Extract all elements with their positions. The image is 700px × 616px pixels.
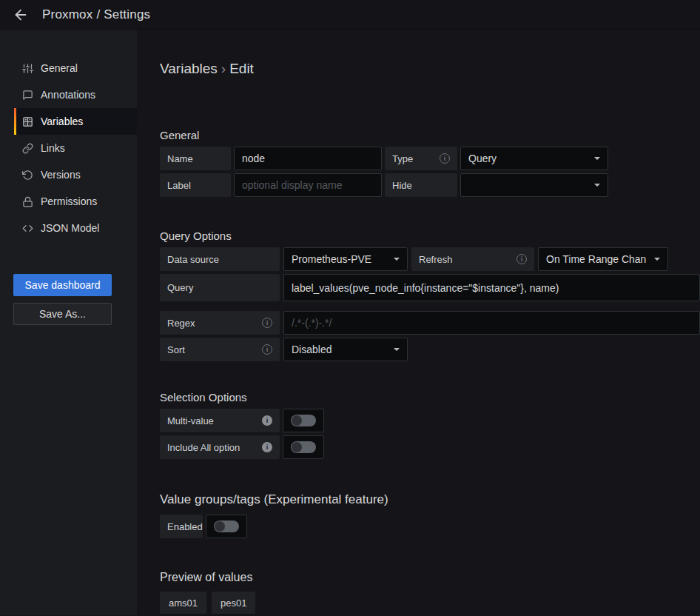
include-all-toggle[interactable] bbox=[283, 435, 324, 459]
back-button[interactable] bbox=[6, 0, 36, 30]
refresh-select[interactable]: On Time Range Chan bbox=[538, 247, 668, 271]
value-groups-section: Value groups/tags (Experimental feature)… bbox=[160, 492, 700, 538]
chevron-down-icon bbox=[394, 258, 400, 261]
sidebar-item-json-model[interactable]: JSON Model bbox=[14, 215, 137, 241]
save-dashboard-button[interactable]: Save dashboard bbox=[13, 274, 112, 296]
breadcrumb-page: Edit bbox=[229, 61, 254, 76]
preview-section: Preview of values ams01 pes01 bbox=[160, 571, 700, 614]
sort-field-label: Sorti bbox=[160, 338, 280, 361]
include-all-field-label: Include All optioni bbox=[160, 435, 280, 459]
label-field-label: Label bbox=[160, 173, 231, 197]
sidebar-item-label: Versions bbox=[41, 169, 81, 181]
info-icon[interactable]: i bbox=[440, 153, 450, 164]
sidebar-item-label: JSON Model bbox=[41, 222, 99, 234]
chevron-down-icon bbox=[594, 184, 600, 187]
breadcrumb-section[interactable]: Variables bbox=[160, 61, 218, 76]
info-icon[interactable]: i bbox=[262, 318, 272, 328]
chevron-down-icon bbox=[394, 348, 400, 351]
hide-field-label: Hide bbox=[385, 173, 457, 197]
sidebar-item-label: Variables bbox=[41, 116, 83, 127]
history-icon bbox=[22, 170, 33, 181]
breadcrumb-separator: › bbox=[221, 61, 226, 76]
section-heading-general: General bbox=[160, 129, 700, 141]
arrow-left-icon bbox=[13, 7, 29, 23]
variables-edit-panel: Variables›Edit General Name Typei Query … bbox=[137, 30, 700, 615]
chevron-down-icon bbox=[594, 157, 600, 160]
type-field-label: Typei bbox=[385, 147, 457, 170]
sidebar-item-versions[interactable]: Versions bbox=[14, 161, 137, 188]
sidebar-item-variables[interactable]: Variables bbox=[14, 108, 137, 135]
name-field-label: Name bbox=[160, 147, 231, 170]
label-input[interactable] bbox=[234, 173, 382, 197]
sidebar-item-label: General bbox=[41, 62, 78, 74]
sort-select[interactable]: Disabled bbox=[283, 338, 408, 361]
sidebar-item-label: Links bbox=[41, 142, 65, 154]
datasource-field-label: Data source bbox=[160, 247, 280, 271]
multi-value-field-label: Multi-valuei bbox=[160, 409, 280, 432]
code-icon bbox=[22, 223, 33, 234]
name-input[interactable] bbox=[234, 147, 382, 170]
sidebar-item-label: Annotations bbox=[41, 89, 95, 101]
info-icon[interactable]: i bbox=[262, 344, 272, 355]
calculator-grid-icon bbox=[22, 116, 33, 127]
sidebar-item-label: Permissions bbox=[41, 195, 97, 207]
save-as-button[interactable]: Save As... bbox=[13, 303, 112, 325]
multi-value-toggle[interactable] bbox=[283, 409, 324, 432]
sidebar-item-permissions[interactable]: Permissions bbox=[14, 188, 137, 215]
datasource-select[interactable]: Prometheus-PVE bbox=[283, 247, 408, 271]
query-textarea[interactable]: label_values(pve_node_info{instance="$in… bbox=[283, 274, 700, 301]
settings-sidebar: General Annotations Variables Links bbox=[0, 30, 137, 615]
info-icon[interactable]: i bbox=[262, 442, 272, 452]
lock-icon bbox=[22, 196, 33, 207]
query-field-label: Query bbox=[160, 274, 280, 301]
value-groups-enabled-toggle[interactable] bbox=[206, 515, 247, 538]
chevron-down-icon bbox=[654, 258, 660, 261]
preview-value-chip: ams01 bbox=[160, 592, 206, 614]
comment-icon bbox=[22, 90, 33, 101]
section-heading-preview: Preview of values bbox=[160, 571, 700, 584]
top-header: Proxmox / Settings bbox=[0, 0, 700, 30]
type-select[interactable]: Query bbox=[460, 147, 608, 170]
breadcrumb: Variables›Edit bbox=[160, 61, 700, 77]
query-options-section: Query Options Data source Prometheus-PVE… bbox=[160, 230, 700, 361]
grafana-dashboard-settings: Proxmox / Settings General Annotations bbox=[0, 0, 700, 616]
sliders-icon bbox=[22, 63, 33, 74]
sidebar-item-general[interactable]: General bbox=[14, 55, 137, 81]
preview-value-chip: pes01 bbox=[212, 592, 255, 614]
regex-input[interactable] bbox=[283, 311, 700, 335]
info-icon[interactable]: i bbox=[262, 415, 272, 426]
regex-field-label: Regexi bbox=[160, 311, 280, 335]
info-icon[interactable]: i bbox=[516, 254, 527, 264]
section-heading-value-groups: Value groups/tags (Experimental feature) bbox=[160, 492, 700, 507]
section-heading-selection-options: Selection Options bbox=[160, 391, 700, 404]
sidebar-item-annotations[interactable]: Annotations bbox=[14, 81, 137, 108]
general-section: General Name Typei Query Label Hide bbox=[160, 129, 700, 197]
refresh-field-label: Refreshi bbox=[411, 247, 534, 271]
section-heading-query-options: Query Options bbox=[160, 230, 700, 242]
hide-select[interactable] bbox=[460, 173, 608, 197]
selection-options-section: Selection Options Multi-valuei Include A… bbox=[160, 391, 700, 459]
sidebar-item-links[interactable]: Links bbox=[14, 135, 137, 161]
link-icon bbox=[22, 143, 33, 154]
page-title: Proxmox / Settings bbox=[42, 7, 150, 22]
enabled-field-label: Enabled bbox=[160, 515, 203, 538]
